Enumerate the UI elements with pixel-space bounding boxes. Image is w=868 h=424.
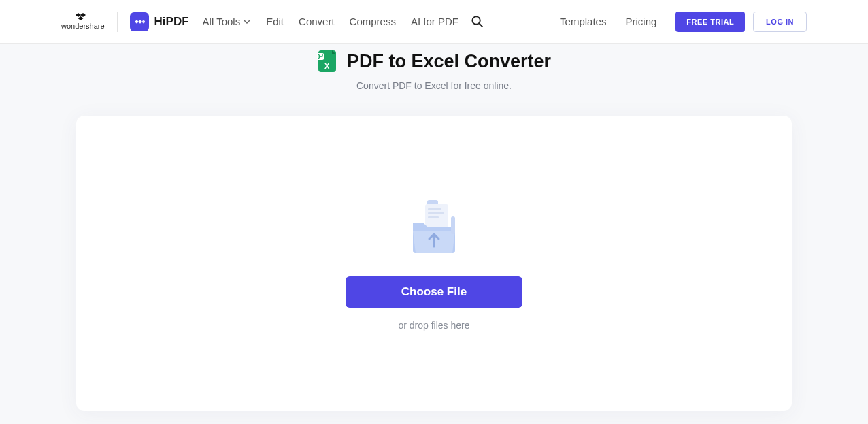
nav-ai-for-pdf[interactable]: AI for PDF [411, 16, 458, 27]
wondershare-text: wondershare [61, 22, 105, 30]
upload-card[interactable]: Choose File or drop files here [76, 116, 792, 411]
excel-file-icon: X [317, 50, 337, 72]
nav-label: AI for PDF [411, 16, 458, 27]
svg-rect-11 [428, 212, 444, 214]
hipdf-icon [130, 12, 149, 31]
login-button[interactable]: LOG IN [753, 12, 807, 32]
search-icon[interactable] [471, 15, 484, 28]
nav-compress[interactable]: Compress [350, 16, 396, 27]
svg-rect-9 [425, 204, 448, 227]
nav-templates[interactable]: Templates [560, 16, 606, 27]
wondershare-logo[interactable]: wondershare [61, 13, 105, 30]
svg-rect-10 [428, 208, 441, 210]
app-header: wondershare HiPDF All Tools Edit Con [0, 0, 868, 44]
svg-rect-0 [135, 20, 139, 24]
drop-hint: or drop files here [398, 320, 469, 331]
svg-rect-2 [141, 20, 145, 24]
svg-rect-12 [428, 216, 439, 218]
wondershare-icon [76, 13, 90, 22]
nav-edit[interactable]: Edit [266, 16, 284, 27]
page-title: PDF to Excel Converter [347, 51, 551, 72]
choose-file-button[interactable]: Choose File [346, 276, 522, 308]
nav-label: All Tools [203, 16, 241, 27]
main-nav: All Tools Edit Convert Compress AI for P… [203, 16, 458, 27]
nav-convert[interactable]: Convert [299, 16, 335, 27]
nav-label: Convert [299, 16, 335, 27]
header-right: Templates Pricing FREE TRIAL LOG IN [560, 12, 807, 32]
hipdf-text: HiPDF [154, 15, 189, 29]
hipdf-logo[interactable]: HiPDF [130, 12, 189, 31]
svg-text:X: X [324, 62, 330, 70]
nav-all-tools[interactable]: All Tools [203, 16, 252, 27]
page-subtitle: Convert PDF to Excel for free online. [0, 80, 868, 91]
svg-line-4 [479, 24, 482, 27]
divider [117, 12, 118, 32]
chevron-down-icon [243, 18, 251, 26]
nav-label: Edit [266, 16, 284, 27]
cta-group: FREE TRIAL LOG IN [675, 12, 807, 32]
brand-group: wondershare HiPDF [61, 12, 189, 32]
free-trial-button[interactable]: FREE TRIAL [675, 12, 745, 32]
nav-label: Compress [350, 16, 396, 27]
folder-upload-icon [403, 196, 465, 257]
svg-rect-13 [451, 216, 455, 234]
nav-pricing[interactable]: Pricing [625, 16, 656, 27]
svg-rect-1 [138, 20, 142, 24]
title-row: X PDF to Excel Converter [0, 50, 868, 72]
page-main: X PDF to Excel Converter Convert PDF to … [0, 44, 868, 411]
